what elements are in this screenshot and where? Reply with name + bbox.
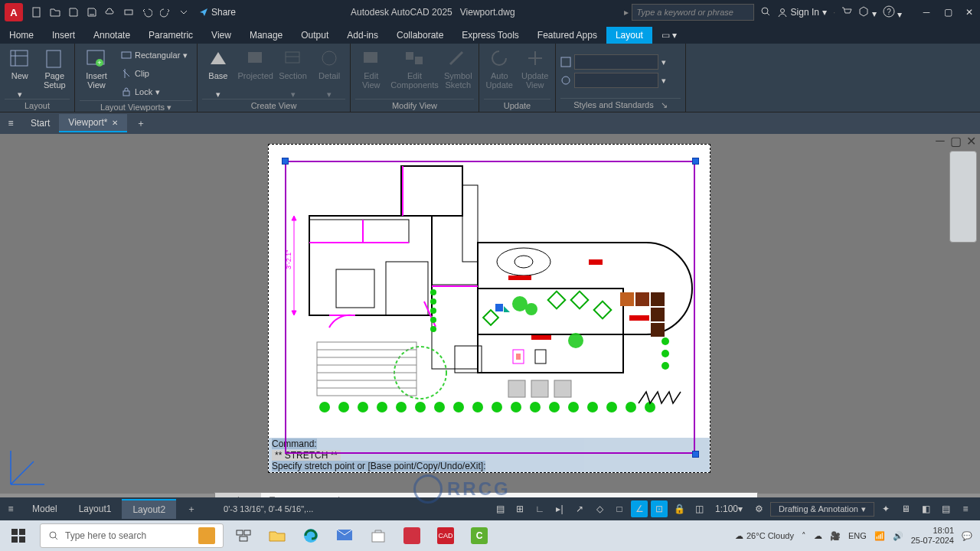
app-icon2[interactable]: ▾: [858, 6, 876, 19]
edge-icon[interactable]: [294, 520, 328, 551]
qat-plot-icon[interactable]: [121, 5, 136, 20]
status-s2-icon[interactable]: ▤: [937, 500, 954, 517]
status-s1-icon[interactable]: ◧: [917, 500, 934, 517]
store-icon[interactable]: [361, 520, 395, 551]
camtasia-icon[interactable]: C: [462, 520, 496, 551]
status-trans-icon[interactable]: 🔒: [671, 500, 688, 517]
status-polar-icon[interactable]: ↗: [571, 500, 588, 517]
weather-widget[interactable]: ☁ 26°C Cloudy: [735, 531, 794, 541]
status-monitor-icon[interactable]: 🖥: [897, 500, 914, 517]
qat-new-icon[interactable]: [29, 5, 44, 20]
chevron-down-icon[interactable]: [176, 5, 191, 20]
help-icon[interactable]: ? ▾: [883, 5, 902, 20]
tab-layout1[interactable]: Layout1: [68, 500, 122, 518]
taskbar-search[interactable]: Type here to search: [40, 523, 224, 548]
status-lwt-icon[interactable]: ⊡: [651, 500, 668, 517]
tray-notifications-icon[interactable]: 💬: [962, 531, 972, 541]
menu-featured[interactable]: Featured Apps: [528, 27, 606, 44]
tray-chevron-icon[interactable]: ˄: [802, 531, 806, 541]
tray-onedrive-icon[interactable]: ☁: [814, 531, 822, 541]
menu-view[interactable]: View: [202, 27, 240, 44]
status-anno-icon[interactable]: ◫: [691, 500, 707, 517]
qat-save-icon[interactable]: [66, 5, 81, 20]
style-dropdown-1[interactable]: [574, 54, 658, 70]
svg-rect-9: [47, 51, 60, 67]
start-button[interactable]: [0, 520, 37, 551]
clip-button[interactable]: Clip: [118, 65, 191, 82]
tray-meet-icon[interactable]: 🎥: [830, 531, 841, 541]
layout-menu-icon[interactable]: ≡: [0, 498, 21, 520]
qat-redo-icon[interactable]: [158, 5, 173, 20]
grip-br[interactable]: [692, 451, 699, 458]
qat-cloud-icon[interactable]: [103, 5, 118, 20]
tab-model[interactable]: Model: [21, 500, 68, 518]
tab-layout2[interactable]: Layout2: [122, 499, 176, 519]
view-cube[interactable]: [949, 151, 977, 243]
svg-rect-69: [554, 380, 571, 397]
tab-viewport[interactable]: Viewport*✕: [59, 114, 127, 132]
vp-minimize-icon[interactable]: ─: [934, 135, 946, 146]
qat-undo-icon[interactable]: [139, 5, 155, 20]
menu-annotate[interactable]: Annotate: [84, 27, 139, 44]
app-red-icon[interactable]: [395, 520, 429, 551]
search-icon[interactable]: [760, 6, 771, 19]
workspace-selector[interactable]: Drafting & Annotation ▾: [770, 502, 874, 517]
tray-wifi-icon[interactable]: 📶: [874, 531, 885, 541]
menu-home[interactable]: Home: [0, 27, 43, 44]
menu-manage[interactable]: Manage: [240, 27, 292, 44]
close-button[interactable]: ✕: [959, 4, 980, 21]
tray-volume-icon[interactable]: 🔊: [893, 531, 903, 541]
qat-open-icon[interactable]: [47, 5, 63, 20]
menu-layout[interactable]: Layout: [606, 27, 652, 44]
search-input[interactable]: Type a keyword or phrase: [632, 4, 754, 21]
status-gear-icon[interactable]: ⚙: [750, 500, 767, 517]
menu-extra-icon[interactable]: ▭ ▾: [652, 27, 686, 44]
menu-express[interactable]: Express Tools: [452, 27, 528, 44]
task-view-icon[interactable]: [227, 520, 260, 551]
menu-collaborate[interactable]: Collaborate: [387, 27, 452, 44]
style-dropdown-2[interactable]: [574, 73, 658, 88]
vp-close-icon[interactable]: ✕: [965, 135, 977, 146]
autocad-task-icon[interactable]: CAD: [429, 520, 462, 551]
status-menu-icon[interactable]: ≡: [957, 500, 974, 517]
base-button[interactable]: Base▾: [202, 47, 234, 99]
status-scale-label[interactable]: 1:100 ▾: [710, 500, 747, 517]
lock-button[interactable]: Lock ▾: [118, 83, 191, 100]
user-icon[interactable]: Sign In ▾: [777, 7, 827, 18]
viewport-frame[interactable]: 3'-2.1": [285, 161, 695, 454]
tray-lang[interactable]: ENG: [848, 531, 867, 540]
menu-output[interactable]: Output: [292, 27, 338, 44]
cart-icon[interactable]: [841, 6, 852, 19]
tray-clock[interactable]: 18:0125-07-2024: [911, 526, 954, 546]
share-button[interactable]: Share: [194, 5, 240, 20]
rectangular-button[interactable]: Rectangular ▾: [118, 47, 191, 64]
app-icon[interactable]: A: [5, 3, 23, 21]
svg-point-93: [662, 337, 669, 345]
tab-start[interactable]: Start: [21, 115, 59, 132]
menu-parametric[interactable]: Parametric: [139, 27, 202, 44]
svg-rect-32: [478, 289, 623, 373]
drawing-canvas[interactable]: ─ ▢ ✕ Command: ** STRETCH ** Specify str…: [0, 134, 980, 494]
tab-add-button[interactable]: ＋: [127, 114, 155, 133]
svg-point-74: [396, 402, 407, 412]
insert-view-button[interactable]: +Insert View: [80, 47, 113, 100]
maximize-button[interactable]: ▢: [937, 4, 959, 21]
minimize-button[interactable]: ─: [916, 4, 937, 21]
page-setup-button[interactable]: Page Setup: [40, 47, 70, 99]
tabbar-menu-icon[interactable]: ≡: [0, 112, 21, 134]
status-osnap-icon[interactable]: □: [611, 500, 628, 517]
menu-addins[interactable]: Add-ins: [338, 27, 387, 44]
new-layout-button[interactable]: New▾: [5, 47, 35, 99]
status-plus-icon[interactable]: ✦: [877, 500, 894, 517]
status-iso-icon[interactable]: ◇: [591, 500, 608, 517]
vp-maximize-icon[interactable]: ▢: [949, 135, 962, 146]
tab-add-layout[interactable]: ＋: [176, 499, 207, 520]
close-icon[interactable]: ✕: [112, 119, 118, 127]
qat-saveas-icon[interactable]: [84, 5, 100, 20]
menu-insert[interactable]: Insert: [43, 27, 84, 44]
explorer-icon[interactable]: [260, 520, 294, 551]
grip-tl[interactable]: [282, 158, 289, 165]
status-otrack-icon[interactable]: ∠: [631, 500, 648, 517]
mail-icon[interactable]: [328, 520, 361, 551]
grip-tr[interactable]: [692, 158, 699, 165]
